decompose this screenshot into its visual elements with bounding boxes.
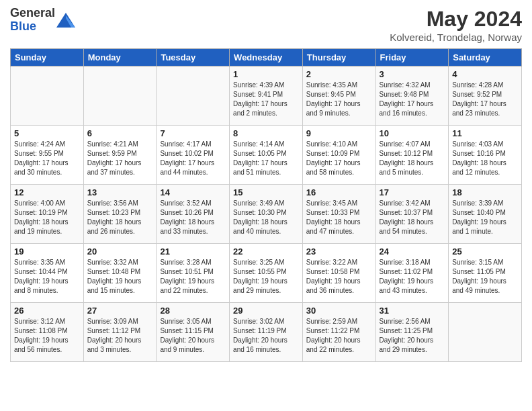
page-header: General Blue May 2024 Kolvereid, Trondel…: [10, 7, 522, 43]
calendar-cell: 9Sunrise: 4:10 AM Sunset: 10:09 PM Dayli…: [302, 126, 375, 185]
calendar-cell: 19Sunrise: 3:35 AM Sunset: 10:44 PM Dayl…: [11, 244, 84, 303]
cell-info: Sunrise: 3:32 AM Sunset: 10:48 PM Daylig…: [87, 258, 153, 295]
day-number: 15: [233, 187, 299, 197]
calendar-cell: 26Sunrise: 3:12 AM Sunset: 11:08 PM Dayl…: [11, 303, 84, 362]
day-number: 6: [87, 128, 153, 138]
day-number: 19: [14, 246, 80, 257]
cell-info: Sunrise: 3:42 AM Sunset: 10:37 PM Daylig…: [380, 199, 445, 236]
cell-info: Sunrise: 3:22 AM Sunset: 10:58 PM Daylig…: [306, 258, 372, 295]
cell-info: Sunrise: 3:05 AM Sunset: 11:15 PM Daylig…: [160, 317, 226, 355]
calendar-cell: 10Sunrise: 4:07 AM Sunset: 10:12 PM Dayl…: [375, 126, 449, 185]
calendar-cell: [157, 66, 230, 126]
day-number: 21: [160, 246, 226, 257]
cell-info: Sunrise: 4:10 AM Sunset: 10:09 PM Daylig…: [306, 140, 372, 177]
day-header-tuesday: Tuesday: [157, 49, 230, 66]
calendar-cell: 6Sunrise: 4:21 AM Sunset: 9:59 PM Daylig…: [83, 126, 157, 185]
day-number: 16: [306, 187, 372, 197]
day-number: 20: [87, 246, 153, 257]
cell-info: Sunrise: 4:17 AM Sunset: 10:02 PM Daylig…: [160, 140, 226, 177]
day-number: 23: [306, 246, 372, 257]
cell-info: Sunrise: 3:28 AM Sunset: 10:51 PM Daylig…: [160, 258, 226, 295]
cell-info: Sunrise: 3:12 AM Sunset: 11:08 PM Daylig…: [14, 317, 80, 355]
calendar-cell: 14Sunrise: 3:52 AM Sunset: 10:26 PM Dayl…: [157, 185, 230, 244]
day-number: 24: [380, 246, 445, 257]
calendar-cell: 21Sunrise: 3:28 AM Sunset: 10:51 PM Dayl…: [157, 244, 230, 303]
day-header-monday: Monday: [83, 49, 157, 66]
day-number: 9: [306, 128, 372, 138]
calendar-cell: 24Sunrise: 3:18 AM Sunset: 11:02 PM Dayl…: [375, 244, 449, 303]
cell-info: Sunrise: 4:21 AM Sunset: 9:59 PM Dayligh…: [87, 140, 153, 177]
month-title: May 2024: [390, 7, 522, 32]
day-number: 11: [452, 128, 518, 138]
calendar-cell: 1Sunrise: 4:39 AM Sunset: 9:41 PM Daylig…: [230, 66, 303, 126]
cell-info: Sunrise: 4:28 AM Sunset: 9:52 PM Dayligh…: [452, 81, 518, 118]
logo-blue: Blue: [10, 20, 55, 34]
calendar-cell: [11, 66, 84, 126]
calendar-cell: 5Sunrise: 4:24 AM Sunset: 9:55 PM Daylig…: [11, 126, 84, 185]
day-number: 5: [14, 128, 80, 138]
cell-info: Sunrise: 3:49 AM Sunset: 10:30 PM Daylig…: [233, 199, 299, 236]
cell-info: Sunrise: 3:56 AM Sunset: 10:23 PM Daylig…: [87, 199, 153, 236]
day-number: 31: [380, 306, 445, 316]
cell-info: Sunrise: 3:45 AM Sunset: 10:33 PM Daylig…: [306, 199, 372, 236]
calendar-cell: 29Sunrise: 3:02 AM Sunset: 11:19 PM Dayl…: [230, 303, 303, 362]
calendar-cell: 2Sunrise: 4:35 AM Sunset: 9:45 PM Daylig…: [302, 66, 375, 126]
calendar-cell: 28Sunrise: 3:05 AM Sunset: 11:15 PM Dayl…: [157, 303, 230, 362]
day-number: 22: [233, 246, 299, 257]
day-number: 7: [160, 128, 226, 138]
calendar-cell: 18Sunrise: 3:39 AM Sunset: 10:40 PM Dayl…: [449, 185, 522, 244]
calendar-table: SundayMondayTuesdayWednesdayThursdayFrid…: [10, 48, 522, 362]
calendar-cell: 22Sunrise: 3:25 AM Sunset: 10:55 PM Dayl…: [230, 244, 303, 303]
calendar-cell: 17Sunrise: 3:42 AM Sunset: 10:37 PM Dayl…: [375, 185, 449, 244]
day-number: 8: [233, 128, 299, 138]
day-number: 28: [160, 306, 226, 316]
cell-info: Sunrise: 3:02 AM Sunset: 11:19 PM Daylig…: [233, 317, 299, 355]
calendar-cell: 11Sunrise: 4:03 AM Sunset: 10:16 PM Dayl…: [449, 126, 522, 185]
cell-info: Sunrise: 3:09 AM Sunset: 11:12 PM Daylig…: [87, 317, 153, 355]
calendar-cell: 16Sunrise: 3:45 AM Sunset: 10:33 PM Dayl…: [302, 185, 375, 244]
day-number: 12: [14, 187, 80, 197]
calendar-week-5: 26Sunrise: 3:12 AM Sunset: 11:08 PM Dayl…: [11, 303, 522, 362]
calendar-cell: 3Sunrise: 4:32 AM Sunset: 9:48 PM Daylig…: [375, 66, 449, 126]
day-header-wednesday: Wednesday: [230, 49, 303, 66]
cell-info: Sunrise: 4:03 AM Sunset: 10:16 PM Daylig…: [452, 140, 518, 177]
day-number: 1: [233, 69, 299, 79]
calendar-cell: 13Sunrise: 3:56 AM Sunset: 10:23 PM Dayl…: [83, 185, 157, 244]
calendar-cell: 12Sunrise: 4:00 AM Sunset: 10:19 PM Dayl…: [11, 185, 84, 244]
calendar-cell: 23Sunrise: 3:22 AM Sunset: 10:58 PM Dayl…: [302, 244, 375, 303]
day-header-thursday: Thursday: [302, 49, 375, 66]
day-header-friday: Friday: [375, 49, 449, 66]
cell-info: Sunrise: 4:39 AM Sunset: 9:41 PM Dayligh…: [233, 81, 299, 118]
day-header-sunday: Sunday: [11, 49, 84, 66]
cell-info: Sunrise: 4:14 AM Sunset: 10:05 PM Daylig…: [233, 140, 299, 177]
cell-info: Sunrise: 4:24 AM Sunset: 9:55 PM Dayligh…: [14, 140, 80, 177]
calendar-cell: 30Sunrise: 2:59 AM Sunset: 11:22 PM Dayl…: [302, 303, 375, 362]
calendar-cell: 20Sunrise: 3:32 AM Sunset: 10:48 PM Dayl…: [83, 244, 157, 303]
logo-icon: [56, 13, 75, 28]
cell-info: Sunrise: 4:32 AM Sunset: 9:48 PM Dayligh…: [380, 81, 445, 118]
calendar-cell: 15Sunrise: 3:49 AM Sunset: 10:30 PM Dayl…: [230, 185, 303, 244]
calendar-cell: 25Sunrise: 3:15 AM Sunset: 11:05 PM Dayl…: [449, 244, 522, 303]
calendar-cell: 4Sunrise: 4:28 AM Sunset: 9:52 PM Daylig…: [449, 66, 522, 126]
day-number: 18: [452, 187, 518, 197]
title-area: May 2024 Kolvereid, Trondelag, Norway: [390, 7, 522, 43]
day-number: 25: [452, 246, 518, 257]
day-number: 13: [87, 187, 153, 197]
cell-info: Sunrise: 3:15 AM Sunset: 11:05 PM Daylig…: [452, 258, 518, 295]
calendar-cell: 7Sunrise: 4:17 AM Sunset: 10:02 PM Dayli…: [157, 126, 230, 185]
day-number: 2: [306, 69, 372, 79]
cell-info: Sunrise: 3:52 AM Sunset: 10:26 PM Daylig…: [160, 199, 226, 236]
calendar-cell: [449, 303, 522, 362]
cell-info: Sunrise: 3:39 AM Sunset: 10:40 PM Daylig…: [452, 199, 518, 236]
day-number: 30: [306, 306, 372, 316]
day-number: 4: [452, 69, 518, 79]
calendar-week-1: 1Sunrise: 4:39 AM Sunset: 9:41 PM Daylig…: [11, 66, 522, 126]
day-number: 10: [380, 128, 445, 138]
calendar-week-2: 5Sunrise: 4:24 AM Sunset: 9:55 PM Daylig…: [11, 126, 522, 185]
calendar-cell: 31Sunrise: 2:56 AM Sunset: 11:25 PM Dayl…: [375, 303, 449, 362]
cell-info: Sunrise: 3:35 AM Sunset: 10:44 PM Daylig…: [14, 258, 80, 295]
cell-info: Sunrise: 3:18 AM Sunset: 11:02 PM Daylig…: [380, 258, 445, 295]
calendar-cell: 8Sunrise: 4:14 AM Sunset: 10:05 PM Dayli…: [230, 126, 303, 185]
calendar-cell: [83, 66, 157, 126]
day-number: 17: [380, 187, 445, 197]
